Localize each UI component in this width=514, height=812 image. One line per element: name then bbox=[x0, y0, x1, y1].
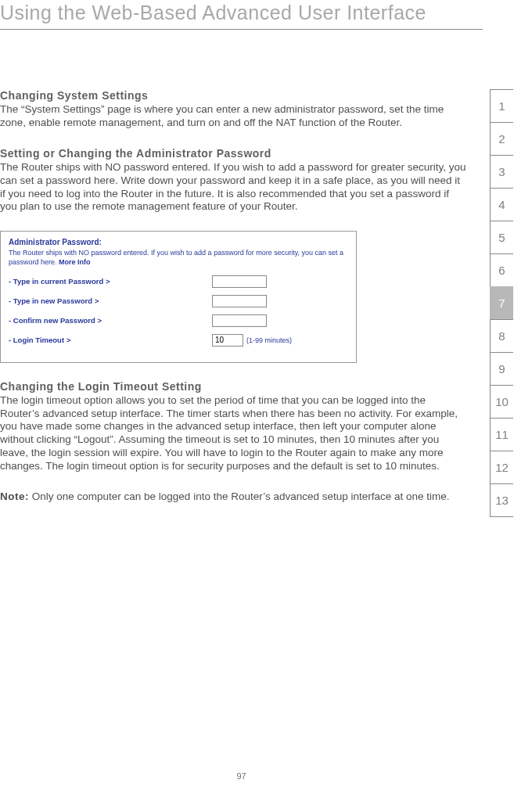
input-current-password[interactable] bbox=[212, 275, 267, 288]
label-new-password: - Type in new Password > bbox=[9, 296, 212, 305]
tab-9[interactable]: 9 bbox=[490, 352, 513, 386]
tab-2[interactable]: 2 bbox=[490, 122, 513, 156]
section-tabs: 1 2 3 4 5 6 7 8 9 10 11 12 13 bbox=[490, 89, 513, 516]
body-admin-password: The Router ships with NO password entere… bbox=[0, 161, 467, 214]
admin-password-screenshot: Administrator Password: The Router ships… bbox=[0, 231, 357, 362]
label-current-password: - Type in current Password > bbox=[9, 277, 212, 286]
note-body: Only one computer can be logged into the… bbox=[29, 490, 450, 502]
input-new-password[interactable] bbox=[212, 295, 267, 307]
note-paragraph: Note: Only one computer can be logged in… bbox=[0, 490, 467, 504]
tab-13[interactable]: 13 bbox=[490, 483, 513, 517]
tab-7[interactable]: 7 bbox=[490, 286, 513, 320]
screenshot-title: Administrator Password: bbox=[9, 238, 348, 246]
tab-10[interactable]: 10 bbox=[490, 385, 513, 419]
tab-11[interactable]: 11 bbox=[490, 418, 513, 451]
input-login-timeout[interactable] bbox=[212, 334, 243, 347]
row-current-password: - Type in current Password > bbox=[9, 273, 348, 290]
tab-3[interactable]: 3 bbox=[490, 155, 513, 189]
heading-system-settings: Changing System Settings bbox=[0, 89, 467, 102]
tab-4[interactable]: 4 bbox=[490, 188, 513, 221]
tab-12[interactable]: 12 bbox=[490, 451, 513, 484]
body-login-timeout: The login timeout option allows you to s… bbox=[0, 394, 467, 473]
note-label: Note: bbox=[0, 490, 29, 502]
page-title: Using the Web-Based Advanced User Interf… bbox=[0, 0, 483, 30]
row-new-password: - Type in new Password > bbox=[9, 293, 348, 310]
more-info-link[interactable]: More Info bbox=[59, 258, 91, 266]
tab-1[interactable]: 1 bbox=[490, 89, 513, 123]
row-login-timeout: - Login Timeout > (1-99 minutes) bbox=[9, 332, 348, 349]
input-confirm-password[interactable] bbox=[212, 314, 267, 327]
tab-8[interactable]: 8 bbox=[490, 319, 513, 353]
screenshot-desc: The Router ships with NO password entere… bbox=[9, 249, 348, 267]
timeout-suffix: (1-99 minutes) bbox=[246, 336, 292, 344]
tab-5[interactable]: 5 bbox=[490, 221, 513, 254]
body-system-settings: The “System Settings” page is where you … bbox=[0, 103, 467, 130]
row-confirm-password: - Confirm new Password > bbox=[9, 312, 348, 329]
heading-admin-password: Setting or Changing the Administrator Pa… bbox=[0, 147, 467, 160]
label-login-timeout: - Login Timeout > bbox=[9, 336, 212, 344]
page-number: 97 bbox=[0, 771, 483, 781]
heading-login-timeout: Changing the Login Timeout Setting bbox=[0, 380, 467, 393]
main-content: Changing System Settings The “System Set… bbox=[0, 30, 514, 504]
tab-6[interactable]: 6 bbox=[490, 253, 513, 287]
label-confirm-password: - Confirm new Password > bbox=[9, 316, 212, 325]
